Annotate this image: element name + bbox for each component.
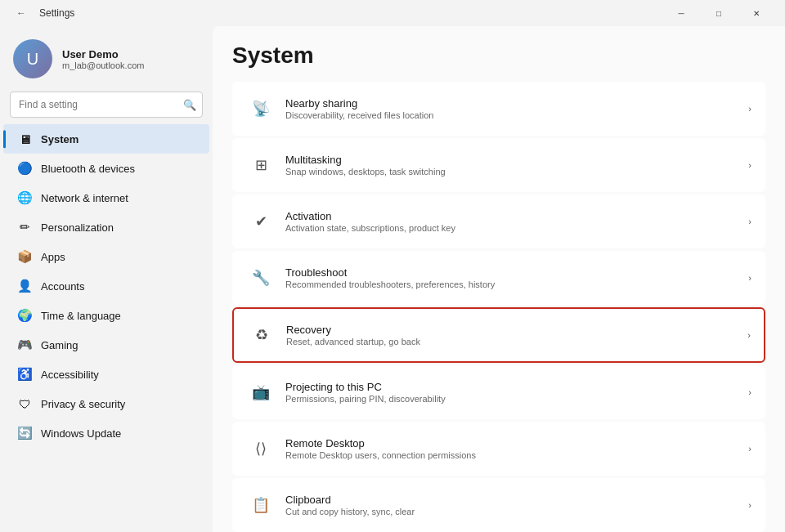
user-info: User Demo m_lab@outlook.com (62, 48, 144, 70)
nearby-sharing-icon: 📡 (246, 94, 276, 123)
sidebar-item-privacy[interactable]: 🛡 Privacy & security (3, 389, 209, 418)
setting-text: Troubleshoot Recommended troubleshooters… (285, 266, 742, 289)
setting-name: Recovery (286, 324, 741, 336)
sidebar-item-label: Apps (41, 251, 65, 263)
setting-item-remote-desktop[interactable]: ⟨⟩ Remote Desktop Remote Desktop users, … (232, 422, 765, 476)
system-icon: 🖥 (16, 131, 33, 147)
sidebar-item-accounts[interactable]: 👤 Accounts (3, 271, 209, 301)
clipboard-icon: 📋 (246, 490, 276, 520)
content-area: System 📡 Nearby sharing Discoverability,… (213, 26, 785, 532)
setting-desc: Discoverability, received files location (285, 110, 742, 120)
avatar: U (13, 39, 52, 78)
sidebar-item-accessibility[interactable]: ♿ Accessibility (3, 360, 209, 389)
setting-name: Projecting to this PC (285, 381, 742, 393)
sidebar-item-network[interactable]: 🌐 Network & internet (3, 183, 209, 212)
sidebar-item-label: Accounts (41, 280, 84, 293)
accessibility-icon: ♿ (16, 366, 33, 382)
setting-desc: Recommended troubleshooters, preferences… (285, 279, 742, 289)
sidebar-item-label: Network & internet (41, 192, 128, 204)
setting-desc: Remote Desktop users, connection permiss… (285, 450, 742, 460)
setting-desc: Permissions, pairing PIN, discoverabilit… (285, 394, 742, 404)
setting-name: Multitasking (285, 154, 742, 166)
personalization-icon: ✏ (16, 219, 33, 235)
chevron-right-icon: › (748, 273, 751, 283)
activation-icon: ✔ (246, 207, 276, 236)
accounts-icon: 👤 (16, 278, 33, 294)
chevron-right-icon: › (748, 160, 751, 170)
sidebar-item-label: System (41, 133, 78, 145)
privacy-icon: 🛡 (16, 396, 33, 412)
page-title: System (232, 42, 765, 69)
close-button[interactable]: ✕ (738, 0, 775, 26)
setting-desc: Reset, advanced startup, go back (286, 337, 741, 346)
troubleshoot-icon: 🔧 (246, 263, 276, 293)
setting-name: Troubleshoot (285, 266, 742, 279)
chevron-right-icon: › (748, 217, 751, 226)
gaming-icon: 🎮 (16, 337, 33, 353)
sidebar-item-label: Privacy & security (41, 398, 125, 410)
setting-item-clipboard[interactable]: 📋 Clipboard Cut and copy history, sync, … (232, 478, 765, 532)
sidebar-item-label: Gaming (41, 339, 78, 351)
user-email: m_lab@outlook.com (62, 60, 144, 70)
search-box: 🔍 (10, 92, 203, 118)
network-icon: 🌐 (16, 190, 33, 206)
sidebar-item-label: Windows Update (41, 427, 121, 440)
setting-name: Clipboard (285, 494, 742, 506)
setting-item-projecting[interactable]: 📺 Projecting to this PC Permissions, pai… (232, 365, 765, 419)
setting-text: Activation Activation state, subscriptio… (285, 210, 742, 233)
sidebar: U User Demo m_lab@outlook.com 🔍 🖥 System… (0, 26, 213, 532)
sidebar-item-label: Personalization (41, 221, 114, 234)
sidebar-item-update[interactable]: 🔄 Windows Update (3, 418, 209, 448)
projecting-icon: 📺 (246, 378, 276, 407)
setting-text: Nearby sharing Discoverability, received… (285, 97, 742, 120)
nav-list: 🖥 System 🔵 Bluetooth & devices 🌐 Network… (0, 124, 213, 448)
search-icon: 🔍 (183, 99, 196, 111)
setting-text: Multitasking Snap windows, desktops, tas… (285, 154, 742, 177)
apps-icon: 📦 (16, 248, 33, 265)
search-input[interactable] (10, 92, 203, 118)
sidebar-item-personalization[interactable]: ✏ Personalization (3, 212, 209, 242)
setting-item-nearby-sharing[interactable]: 📡 Nearby sharing Discoverability, receiv… (232, 82, 765, 136)
time-icon: 🌍 (16, 307, 33, 324)
back-button[interactable]: ← (10, 2, 33, 25)
user-profile[interactable]: U User Demo m_lab@outlook.com (0, 26, 213, 88)
setting-item-multitasking[interactable]: ⊞ Multitasking Snap windows, desktops, t… (232, 138, 765, 192)
setting-desc: Cut and copy history, sync, clear (285, 507, 742, 516)
sidebar-item-time[interactable]: 🌍 Time & language (3, 301, 209, 330)
update-icon: 🔄 (16, 425, 33, 441)
sidebar-item-label: Time & language (41, 310, 121, 322)
setting-name: Nearby sharing (285, 97, 742, 110)
setting-text: Projecting to this PC Permissions, pairi… (285, 381, 742, 404)
multitasking-icon: ⊞ (246, 150, 276, 180)
setting-name: Remote Desktop (285, 437, 742, 449)
setting-item-troubleshoot[interactable]: 🔧 Troubleshoot Recommended troubleshoote… (232, 251, 765, 305)
sidebar-item-apps[interactable]: 📦 Apps (3, 242, 209, 271)
sidebar-item-gaming[interactable]: 🎮 Gaming (3, 330, 209, 360)
setting-item-recovery[interactable]: ♻ Recovery Reset, advanced startup, go b… (232, 307, 765, 363)
setting-desc: Snap windows, desktops, task switching (285, 167, 742, 177)
setting-text: Recovery Reset, advanced startup, go bac… (286, 324, 741, 346)
setting-text: Remote Desktop Remote Desktop users, con… (285, 437, 742, 460)
chevron-right-icon: › (748, 104, 751, 114)
settings-list: 📡 Nearby sharing Discoverability, receiv… (232, 82, 765, 532)
chevron-right-icon: › (748, 387, 751, 397)
setting-name: Activation (285, 210, 742, 222)
window-controls: ─ □ ✕ (662, 0, 775, 26)
sidebar-item-system[interactable]: 🖥 System (3, 124, 209, 154)
main-layout: U User Demo m_lab@outlook.com 🔍 🖥 System… (0, 26, 785, 532)
maximize-button[interactable]: □ (700, 0, 738, 26)
titlebar: ← Settings ─ □ ✕ (0, 0, 785, 26)
bluetooth-icon: 🔵 (16, 160, 33, 177)
app-title: Settings (39, 7, 74, 19)
sidebar-item-label: Bluetooth & devices (41, 163, 135, 175)
sidebar-item-label: Accessibility (41, 369, 99, 381)
minimize-button[interactable]: ─ (662, 0, 700, 26)
chevron-right-icon: › (748, 444, 751, 454)
setting-desc: Activation state, subscriptions, product… (285, 223, 742, 233)
setting-text: Clipboard Cut and copy history, sync, cl… (285, 494, 742, 516)
chevron-right-icon: › (748, 500, 751, 510)
remote-desktop-icon: ⟨⟩ (246, 434, 276, 463)
setting-item-activation[interactable]: ✔ Activation Activation state, subscript… (232, 194, 765, 248)
chevron-right-icon: › (747, 330, 751, 340)
sidebar-item-bluetooth[interactable]: 🔵 Bluetooth & devices (3, 154, 209, 183)
